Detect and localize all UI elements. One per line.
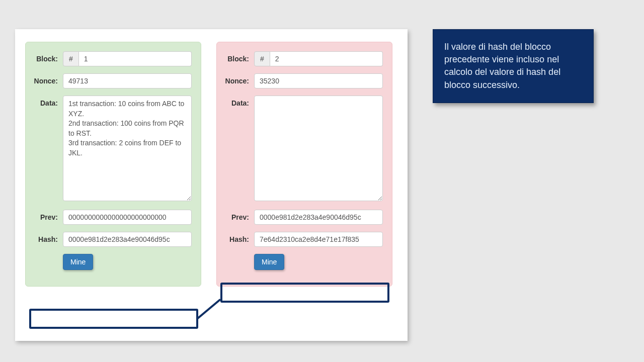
nonce-input[interactable] bbox=[63, 73, 192, 88]
label-hash: Hash: bbox=[223, 232, 254, 243]
block-number-prefix: # bbox=[254, 51, 270, 66]
block-number-input[interactable] bbox=[270, 51, 383, 66]
label-block: Block: bbox=[32, 51, 63, 63]
mine-button[interactable]: Mine bbox=[63, 254, 93, 270]
block-number-input[interactable] bbox=[79, 51, 192, 66]
mine-button[interactable]: Mine bbox=[254, 254, 284, 270]
block-panel-1: Block: # Nonce: Data: Prev: bbox=[25, 42, 201, 287]
label-nonce: Nonce: bbox=[223, 73, 254, 85]
label-data: Data: bbox=[32, 96, 63, 107]
annotation-callout: Il valore di hash del blocco precedente … bbox=[433, 29, 594, 103]
blockchain-container: Block: # Nonce: Data: Prev: bbox=[15, 29, 408, 341]
highlight-hash-block1 bbox=[29, 309, 198, 329]
label-block: Block: bbox=[223, 51, 254, 63]
prev-hash-field bbox=[63, 210, 192, 225]
data-textarea[interactable] bbox=[63, 96, 192, 201]
label-nonce: Nonce: bbox=[32, 73, 63, 85]
label-prev: Prev: bbox=[223, 210, 254, 221]
hash-field bbox=[254, 232, 383, 247]
hash-field bbox=[63, 232, 192, 247]
label-prev: Prev: bbox=[32, 210, 63, 221]
data-textarea[interactable] bbox=[254, 96, 383, 201]
connector-line bbox=[197, 299, 221, 320]
block-number-prefix: # bbox=[63, 51, 79, 66]
block-panel-2: Block: # Nonce: Data: Prev: bbox=[216, 42, 392, 287]
prev-hash-field bbox=[254, 210, 383, 225]
label-data: Data: bbox=[223, 96, 254, 107]
nonce-input[interactable] bbox=[254, 73, 383, 88]
label-hash: Hash: bbox=[32, 232, 63, 243]
